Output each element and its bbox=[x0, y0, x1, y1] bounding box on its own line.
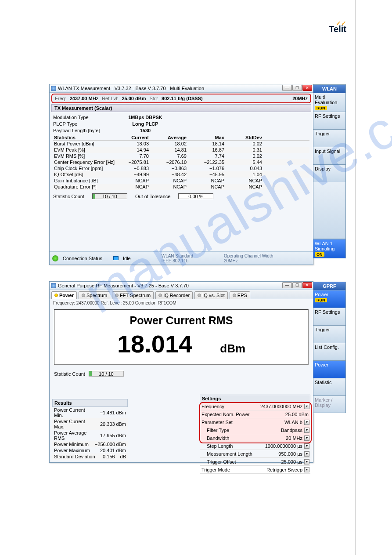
param-value: 1530 bbox=[119, 128, 172, 133]
measurement-info-bar: Freq:2437.00 MHz Ref.Lvl:25.00 dBm Std:8… bbox=[51, 94, 311, 103]
result-row: Power Current Min.−1.481dBm bbox=[52, 407, 128, 418]
result-row: Power Minimum−256.000dBm bbox=[52, 441, 128, 447]
setting-row[interactable]: Filter TypeBandpass▾ bbox=[200, 426, 310, 434]
side-item[interactable]: Trigger bbox=[313, 325, 346, 343]
side-item[interactable]: Input Signal bbox=[313, 147, 346, 164]
result-row: Standard Deviation0.156dB bbox=[52, 453, 128, 460]
maximize-button[interactable]: ☐ bbox=[292, 85, 302, 91]
power-display: Power Current RMS 18.014 dBm bbox=[54, 309, 309, 365]
stats-table: StatisticsCurrentAverageMaxStdDevBurst P… bbox=[53, 134, 309, 190]
status-dot bbox=[54, 294, 58, 297]
param-label: Payload Length [byte] bbox=[53, 128, 119, 133]
side-item[interactable]: Statistic bbox=[313, 378, 346, 395]
wlan-tx-window: WLAN TX Measurement - V3.7.32 - Base V 3… bbox=[49, 84, 313, 265]
stats-row: Chip Clock Error [ppm]−0.883−0.863−1.076… bbox=[53, 165, 309, 171]
settings-header: Settings bbox=[200, 395, 310, 403]
window-title: General Purpose RF Measurement - V3.7.25… bbox=[58, 283, 189, 288]
side-item[interactable]: Display bbox=[313, 164, 346, 182]
app-icon bbox=[51, 283, 56, 288]
side-item[interactable]: Power bbox=[313, 360, 346, 378]
stats-row: IQ Offset [dB]−49.99−48.42−45.951.04 bbox=[53, 171, 309, 178]
window-title: WLAN TX Measurement - V3.7.32 - Base V 3… bbox=[58, 86, 204, 91]
side-item[interactable]: RF Settings bbox=[313, 308, 346, 325]
dropdown-icon[interactable]: ▾ bbox=[304, 467, 309, 472]
setting-row[interactable]: Expected Nom. Power25.00 dBm bbox=[200, 410, 310, 418]
tab-fft-spectrum[interactable]: FFT Spectrum bbox=[112, 291, 154, 299]
stats-row: Burst Power [dBm]18.0318.0218.140.02 bbox=[53, 141, 309, 147]
power-value: 18.014 bbox=[117, 330, 192, 358]
setting-row[interactable]: Bandwidth20 MHz▾ bbox=[200, 434, 310, 442]
power-unit: dBm bbox=[220, 342, 245, 355]
side-item[interactable]: List Config. bbox=[313, 343, 346, 360]
param-value: 1MBps DBPSK bbox=[119, 115, 172, 120]
tab-spectrum[interactable]: Spectrum bbox=[79, 291, 110, 299]
title-bar[interactable]: General Purpose RF Measurement - V3.7.25… bbox=[50, 282, 313, 290]
status-dot bbox=[82, 294, 85, 297]
results-header: Results bbox=[52, 399, 128, 407]
power-title: Power Current RMS bbox=[54, 314, 308, 327]
brand-logo: ✓✓ Telit bbox=[329, 24, 346, 34]
param-value: Long PLCP bbox=[119, 121, 172, 127]
side-header[interactable]: GPRF bbox=[313, 282, 346, 290]
side-item[interactable]: Multi EvaluationRUN bbox=[313, 93, 346, 112]
dropdown-icon[interactable]: ▾ bbox=[304, 428, 309, 433]
stats-row: Quadrature Error [°]NCAPNCAPNCAPNCAP bbox=[53, 184, 309, 190]
progress-bar: 10 / 10 bbox=[89, 371, 124, 377]
settings-grid: SettingsFrequency2437.0000000 MHz▾Expect… bbox=[200, 395, 310, 474]
side-item-signaling[interactable]: WLAN 1 SignalingON bbox=[313, 239, 346, 258]
side-panel: GPRFPowerRUNRF SettingsTriggerList Confi… bbox=[313, 282, 346, 413]
minimize-button[interactable]: — bbox=[282, 282, 292, 288]
antenna-icon bbox=[52, 255, 58, 261]
close-button[interactable]: ✕ bbox=[302, 282, 312, 288]
stats-row: EVM Peak [%]14.9414.8116.870.31 bbox=[53, 147, 309, 153]
tab-power[interactable]: Power bbox=[51, 291, 77, 299]
params-block: Modulation Type1MBps DBPSKPLCP TypeLong … bbox=[53, 114, 309, 134]
app-icon bbox=[51, 86, 56, 91]
param-label: Modulation Type bbox=[53, 115, 119, 120]
stats-row: Center Frequency Error [Hz]−2075.81−2076… bbox=[53, 159, 309, 165]
result-row: Power Current Max.20.303dBm bbox=[52, 418, 128, 430]
title-bar[interactable]: WLAN TX Measurement - V3.7.32 - Base V 3… bbox=[50, 84, 313, 93]
side-item[interactable]: Marker / Display bbox=[313, 395, 346, 413]
dropdown-icon[interactable]: ▾ bbox=[304, 451, 309, 457]
progress-bar: 10 / 10 bbox=[92, 193, 127, 199]
result-row: Power Maximum20.401dBm bbox=[52, 447, 128, 453]
side-panel: WLANMulti EvaluationRUNRF SettingsTrigge… bbox=[313, 84, 346, 258]
dropdown-icon[interactable]: ▾ bbox=[304, 459, 309, 464]
side-item[interactable]: RF Settings bbox=[313, 112, 346, 129]
side-header[interactable]: WLAN bbox=[313, 84, 346, 93]
minimize-button[interactable]: — bbox=[282, 85, 292, 91]
results-grid: ResultsPower Current Min.−1.481dBmPower … bbox=[52, 399, 128, 460]
dropdown-icon[interactable]: ▾ bbox=[304, 404, 309, 409]
close-button[interactable]: ✕ bbox=[302, 85, 312, 91]
statistic-count-row: Statistic Count 10 / 10 bbox=[54, 371, 309, 377]
setting-row[interactable]: Frequency2437.0000000 MHz▾ bbox=[200, 403, 310, 410]
status-dot bbox=[158, 294, 162, 297]
section-header: TX Measurement (Scalar) bbox=[51, 104, 311, 112]
tab-bar: PowerSpectrumFFT SpectrumIQ RecorderIQ v… bbox=[50, 290, 313, 299]
tab-iq-recorder[interactable]: IQ Recorder bbox=[155, 291, 193, 299]
param-label: PLCP Type bbox=[53, 121, 119, 127]
maximize-button[interactable]: ☐ bbox=[292, 282, 302, 288]
status-dot bbox=[198, 294, 201, 297]
status-bar: Connection Status: Idle WLAN Standard IE… bbox=[50, 251, 313, 265]
setting-row[interactable]: Parameter SetWLAN b▾ bbox=[200, 418, 310, 426]
idle-icon bbox=[113, 256, 119, 260]
setting-row[interactable]: Measurement Length950.000 µs▾ bbox=[200, 450, 310, 458]
dropdown-icon[interactable]: ▾ bbox=[304, 435, 309, 441]
gprf-window: General Purpose RF Measurement - V3.7.25… bbox=[49, 281, 313, 463]
side-item[interactable]: Trigger bbox=[313, 129, 346, 147]
tab-eps[interactable]: EPS bbox=[230, 291, 250, 299]
tolerance-box: 0.00 % bbox=[178, 193, 213, 199]
setting-row[interactable]: Trigger Offset25.000 µs▾ bbox=[200, 458, 310, 466]
dropdown-icon[interactable]: ▾ bbox=[304, 443, 309, 449]
stats-row: Gain Imbalance [dB]NCAPNCAPNCAPNCAP bbox=[53, 178, 309, 184]
status-dot bbox=[233, 294, 236, 297]
dropdown-icon[interactable]: ▾ bbox=[304, 420, 309, 425]
setting-row[interactable]: Step Length1000.0000000 µs▾ bbox=[200, 442, 310, 450]
stats-row: EVM RMS [%]7.707.697.740.02 bbox=[53, 153, 309, 159]
statistic-count-row: Statistic Count 10 / 10 Out of Tolerance… bbox=[53, 193, 309, 199]
tab-iq-vs-slot[interactable]: IQ vs. Slot bbox=[194, 291, 228, 299]
side-item[interactable]: PowerRUN bbox=[313, 290, 346, 308]
setting-row[interactable]: Trigger ModeRetrigger Sweep▾ bbox=[200, 466, 310, 474]
